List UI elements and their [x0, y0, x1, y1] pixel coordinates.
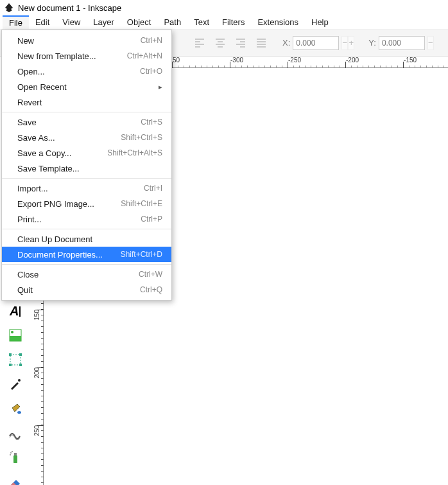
menu-item-shortcut: Ctrl+W: [139, 270, 162, 279]
menu-item-shortcut: Ctrl+Alt+N: [127, 51, 162, 60]
menu-edit[interactable]: Edit: [29, 16, 56, 28]
menu-item-label: Quit: [17, 285, 33, 295]
svg-rect-1: [19, 306, 21, 317]
menu-item-revert[interactable]: Revert: [2, 94, 171, 110]
menu-item-save-a-copy[interactable]: Save a Copy...Shift+Ctrl+Alt+S: [2, 145, 171, 161]
svg-rect-9: [19, 364, 22, 366]
ruler-h-label: -150: [404, 57, 417, 64]
menu-item-shortcut: Shift+Ctrl+S: [121, 133, 162, 142]
inkscape-icon: [4, 3, 14, 13]
align-left-icon[interactable]: [193, 36, 207, 50]
menu-text[interactable]: Text: [187, 16, 216, 28]
x-stepper[interactable]: −+: [341, 36, 354, 50]
menu-item-open-recent[interactable]: Open Recent▸: [2, 79, 171, 94]
paint-bucket-tool[interactable]: [6, 400, 24, 418]
ruler-v-label: 150: [33, 310, 40, 321]
y-label: Y:: [368, 38, 376, 48]
eraser-tool[interactable]: [6, 473, 24, 485]
menu-item-shortcut: Shift+Ctrl+E: [121, 199, 162, 208]
menu-item-shortcut: Shift+Ctrl+D: [121, 250, 162, 259]
y-stepper[interactable]: −: [427, 36, 440, 50]
svg-point-10: [18, 379, 21, 382]
menu-separator: [2, 178, 171, 179]
svg-text:A: A: [9, 304, 19, 318]
menu-item-label: New from Template...: [17, 51, 96, 61]
submenu-arrow-icon: ▸: [159, 83, 162, 91]
menu-item-label: Clean Up Document: [17, 234, 92, 244]
menu-separator: [2, 229, 171, 229]
menu-item-shortcut: Ctrl+O: [140, 67, 162, 76]
align-justify-icon[interactable]: [254, 36, 268, 50]
menu-path[interactable]: Path: [157, 16, 187, 28]
menu-file[interactable]: File: [3, 15, 29, 29]
menu-item-save-template[interactable]: Save Template...: [2, 161, 171, 176]
dropper-tool[interactable]: [6, 375, 24, 393]
menu-item-shortcut: Shift+Ctrl+Alt+S: [107, 148, 162, 157]
menu-item-label: Revert: [17, 98, 42, 107]
menu-object[interactable]: Object: [121, 16, 158, 28]
menu-item-new-from-template[interactable]: New from Template...Ctrl+Alt+N: [2, 48, 171, 64]
ruler-v-label: 200: [33, 367, 40, 378]
menu-extensions[interactable]: Extensions: [251, 16, 305, 28]
ruler-h-label: -250: [288, 57, 301, 64]
ruler-h-label: -300: [230, 57, 243, 64]
align-center-icon[interactable]: [213, 36, 227, 50]
menu-help[interactable]: Help: [305, 16, 335, 28]
menu-filters[interactable]: Filters: [216, 16, 251, 28]
menu-item-print[interactable]: Print...Ctrl+P: [2, 211, 171, 227]
menu-item-label: Import...: [17, 184, 48, 193]
menu-item-label: Save: [17, 118, 37, 127]
spray-tool[interactable]: [6, 448, 24, 466]
menu-item-save[interactable]: SaveCtrl+S: [2, 114, 171, 130]
menu-view[interactable]: View: [56, 16, 87, 28]
svg-rect-7: [19, 353, 22, 356]
menu-item-label: Open Recent: [17, 82, 67, 92]
menu-item-label: Open...: [17, 67, 45, 76]
menu-item-shortcut: Ctrl+P: [141, 215, 162, 224]
y-input[interactable]: 0.000: [379, 36, 425, 50]
menu-item-save-as[interactable]: Save As...Shift+Ctrl+S: [2, 130, 171, 145]
svg-rect-12: [13, 455, 17, 463]
x-input[interactable]: 0.000: [293, 36, 339, 50]
file-menu-dropdown: NewCtrl+NNew from Template...Ctrl+Alt+NO…: [1, 30, 172, 301]
menu-item-import[interactable]: Import...Ctrl+I: [2, 181, 171, 196]
svg-rect-8: [9, 364, 12, 366]
node-tool[interactable]: [6, 351, 24, 369]
menu-layer[interactable]: Layer: [87, 16, 121, 28]
toolbox: A: [4, 278, 27, 485]
menu-item-label: Save a Copy...: [17, 148, 71, 158]
ruler-v-label: 250: [33, 425, 40, 436]
menu-item-label: Export PNG Image...: [17, 199, 94, 209]
menu-item-shortcut: Ctrl+N: [141, 36, 162, 45]
x-label: X:: [282, 38, 290, 48]
svg-rect-5: [10, 355, 21, 365]
svg-point-14: [10, 452, 12, 454]
menu-item-shortcut: Ctrl+S: [141, 118, 162, 127]
menu-item-clean-up-document[interactable]: Clean Up Document: [2, 231, 171, 247]
menu-item-close[interactable]: CloseCtrl+W: [2, 267, 171, 282]
tweak-tool[interactable]: [6, 424, 24, 442]
menu-item-export-png-image[interactable]: Export PNG Image...Shift+Ctrl+E: [2, 196, 171, 211]
menu-item-quit[interactable]: QuitCtrl+Q: [2, 282, 171, 297]
window-title: New document 1 - Inkscape: [18, 3, 121, 13]
svg-rect-13: [14, 453, 17, 455]
menu-item-label: Print...: [17, 215, 42, 224]
menu-item-new[interactable]: NewCtrl+N: [2, 33, 171, 48]
menu-item-label: Document Properties...: [17, 250, 103, 260]
svg-rect-3: [10, 336, 21, 341]
menubar: File Edit View Layer Object Path Text Fi…: [0, 15, 448, 30]
menu-item-label: Close: [17, 270, 39, 279]
svg-point-15: [12, 451, 13, 452]
svg-point-11: [17, 411, 21, 414]
svg-point-4: [11, 331, 13, 333]
align-right-icon[interactable]: [234, 36, 248, 50]
text-tool[interactable]: A: [6, 302, 24, 320]
svg-point-16: [10, 454, 11, 455]
menu-item-label: Save Template...: [17, 164, 80, 173]
menu-item-document-properties[interactable]: Document Properties...Shift+Ctrl+D: [2, 247, 171, 262]
svg-rect-6: [9, 353, 12, 356]
menu-item-shortcut: Ctrl+I: [144, 184, 162, 193]
menu-separator: [2, 112, 171, 112]
menu-item-open[interactable]: Open...Ctrl+O: [2, 64, 171, 79]
gradient-tool[interactable]: [6, 326, 24, 344]
